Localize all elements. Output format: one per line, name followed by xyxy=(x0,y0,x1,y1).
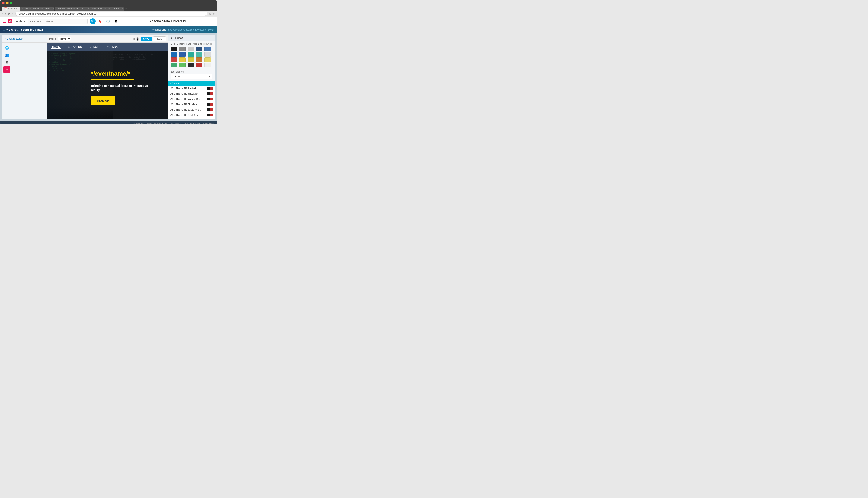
themes-header-label: Themes xyxy=(174,37,183,39)
website-url-link[interactable]: https://specialevents.asu.edu/website/72… xyxy=(167,28,214,31)
close-button[interactable] xyxy=(2,2,5,4)
color-swatch-darkblue[interactable] xyxy=(196,47,203,51)
hamburger-menu[interactable]: ☰ xyxy=(2,19,6,24)
color-swatch-yellow2[interactable] xyxy=(188,57,194,62)
color-swatch-lightgray[interactable] xyxy=(188,47,194,51)
hero-content: */eventname/* Bringing conceptual ideas … xyxy=(82,64,164,111)
footer-text: na-web-php7-wwwla | © 2024 Aventri | Pri… xyxy=(133,122,214,124)
tab-email[interactable]: Email Verification Test - New... ✕ xyxy=(20,6,54,11)
theme-maroon-item[interactable]: ASU Theme TE Maroon Gr... xyxy=(168,96,215,102)
app-header: ☰ 📅 Events ▼ 🔍 🔖 🕐 ⊞ Arizona State Unive… xyxy=(0,17,217,26)
back-button[interactable]: ‹ xyxy=(2,12,3,15)
theme-oldmain-colors xyxy=(207,103,213,106)
theme-color-dark xyxy=(207,103,209,106)
search-icon-button[interactable]: 🔍 xyxy=(90,18,96,24)
theme-color-dark xyxy=(207,108,209,111)
theme-list: - None - ASU Theme TE Football ASU Theme… xyxy=(168,81,215,119)
search-bar xyxy=(28,18,88,24)
new-tab-button[interactable]: + xyxy=(124,5,128,11)
color-swatch-darkred[interactable] xyxy=(196,63,203,67)
color-swatch-orange[interactable] xyxy=(196,57,203,62)
tab-favicon: 📅 xyxy=(4,8,7,10)
theme-none-item[interactable]: - None - xyxy=(168,81,215,86)
preview-toolbar-right: 🖥 📱 SAVE RESET xyxy=(132,37,166,41)
color-swatch-green2[interactable] xyxy=(179,63,186,67)
color-swatch-yellow[interactable] xyxy=(179,57,186,62)
nav-item-speakers[interactable]: SPEAKERS xyxy=(67,45,82,49)
extensions-icon[interactable]: ⚙ xyxy=(213,12,215,15)
app-logo[interactable]: 📅 Events ▼ xyxy=(8,19,26,24)
browser-window: 📅 Aventri ✕ Email Verification Test - Ne… xyxy=(0,0,217,124)
signup-button[interactable]: SIGN UP xyxy=(91,96,115,105)
tab-close[interactable]: ✕ xyxy=(88,8,89,10)
tab-quikpay[interactable]: QuikPAY Accounts_ACCT AD... ✕ xyxy=(55,6,89,11)
theme-color-red xyxy=(210,114,213,117)
app-name-label: Events xyxy=(14,19,22,23)
color-swatch-offwhite[interactable] xyxy=(204,63,211,67)
themes-panel: ▶ Themes Color Schemes and Page Backgrou… xyxy=(168,35,215,119)
color-swatch-lightyellow[interactable] xyxy=(204,57,211,62)
tool-grid-icon[interactable]: ⊞ xyxy=(3,59,10,66)
theme-salute-item[interactable]: ASU Theme TE Salute to S... xyxy=(168,107,215,113)
theme-innovation-colors xyxy=(207,92,213,95)
reset-button[interactable]: RESET xyxy=(153,37,166,41)
color-swatch-blue[interactable] xyxy=(204,47,211,51)
color-swatch-red[interactable] xyxy=(171,57,177,62)
website-url-label: Website URL xyxy=(153,28,166,31)
back-to-editor-link[interactable]: ‹ Back to Editor xyxy=(5,37,44,40)
pages-select[interactable]: Home xyxy=(58,37,71,41)
app-footer: na-web-php7-wwwla | © 2024 Aventri | Pri… xyxy=(0,121,217,124)
save-button[interactable]: SAVE xyxy=(141,37,152,41)
theme-color-dark xyxy=(207,97,209,101)
nav-item-venue[interactable]: VENUE xyxy=(89,45,100,49)
tab-label: Stova: Accounts Info (For Ac... xyxy=(92,8,120,10)
color-swatch-blue3[interactable] xyxy=(179,52,186,57)
nav-item-home[interactable]: HOME xyxy=(51,45,61,49)
tool-globe-icon[interactable]: 🌐 xyxy=(3,44,10,51)
tab-close[interactable]: ✕ xyxy=(52,8,54,10)
bookmark-icon[interactable]: 🔖 xyxy=(98,18,103,24)
tab-aventri[interactable]: 📅 Aventri ✕ xyxy=(2,6,20,11)
color-swatch-black[interactable] xyxy=(171,47,177,51)
back-arrow-icon: ‹ xyxy=(5,37,6,40)
left-panel: ‹ Back to Editor 🌐 👥 ⊞ ✏ xyxy=(2,35,47,119)
color-swatch-teal2[interactable] xyxy=(196,52,203,57)
url-box[interactable]: https://na-admin.eventscloud.com/website… xyxy=(15,12,207,16)
search-input[interactable] xyxy=(28,18,88,24)
theme-solidbkd2-item[interactable]: ASU Theme TE Solid Bckd... xyxy=(168,118,215,119)
tab-stova[interactable]: Stova: Accounts Info (For Ac... ✕ xyxy=(89,6,124,11)
grid-icon[interactable]: ⊞ xyxy=(113,18,119,24)
desktop-icon[interactable]: 🖥 xyxy=(132,37,135,41)
refresh-button[interactable]: ↻ xyxy=(8,12,10,15)
color-swatch-darkgray[interactable] xyxy=(188,63,194,67)
color-swatch-teal[interactable] xyxy=(188,52,194,57)
theme-solidbkd1-item[interactable]: ASU Theme TE Solid Bckd xyxy=(168,113,215,118)
mobile-icon[interactable]: 📱 xyxy=(136,37,139,41)
themes-section-header[interactable]: ▶ Themes xyxy=(168,35,215,41)
minimize-button[interactable] xyxy=(6,2,9,4)
tab-close[interactable]: ✕ xyxy=(122,8,123,10)
theme-oldmain-label: ASU Theme TE Old Main xyxy=(170,103,197,106)
tool-brush-icon[interactable]: ✏ xyxy=(3,66,10,73)
tab-close[interactable]: ✕ xyxy=(16,8,18,10)
theme-solidbkd1-colors xyxy=(207,114,213,117)
preview-toolbar: Pages: Home 🖥 📱 SAVE RESET xyxy=(47,35,168,43)
home-button[interactable]: ⌂ xyxy=(12,12,13,15)
forward-button[interactable]: › xyxy=(5,12,6,15)
color-swatch-white[interactable] xyxy=(204,52,211,57)
color-swatch-green[interactable] xyxy=(171,63,177,67)
themes-select[interactable]: - None - xyxy=(171,74,212,79)
color-swatch-blue2[interactable] xyxy=(171,52,177,57)
theme-innovation-item[interactable]: ASU Theme TE Innovation xyxy=(168,91,215,96)
traffic-lights xyxy=(2,2,215,4)
tool-people-icon[interactable]: 👥 xyxy=(3,52,10,58)
header-icons: 🔍 🔖 🕐 ⊞ xyxy=(90,18,119,24)
clock-icon[interactable]: 🕐 xyxy=(105,18,111,24)
color-swatch-gray[interactable] xyxy=(179,47,186,51)
theme-oldmain-item[interactable]: ASU Theme TE Old Main xyxy=(168,102,215,107)
theme-football-item[interactable]: ASU Theme TE Football xyxy=(168,86,215,91)
pages-label: Pages: xyxy=(49,38,56,40)
star-icon[interactable]: ☆ xyxy=(209,12,211,15)
nav-item-agenda[interactable]: AGENDA xyxy=(106,45,118,49)
maximize-button[interactable] xyxy=(10,2,12,4)
